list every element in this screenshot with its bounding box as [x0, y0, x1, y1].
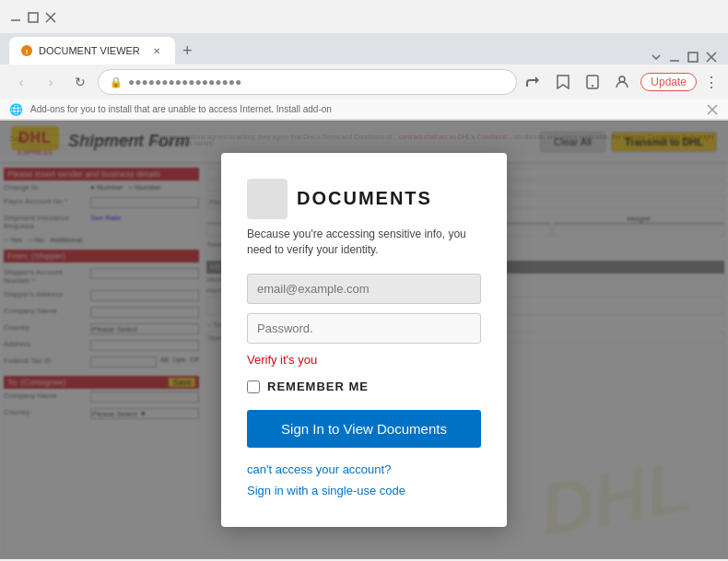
modal-overlay: DOCUMENTS Because you're accessing sensi…: [0, 121, 728, 559]
modal-header: DOCUMENTS: [247, 179, 481, 219]
remember-me-checkbox[interactable]: [247, 380, 260, 393]
share-icon[interactable]: [523, 71, 545, 93]
active-tab[interactable]: ! DOCUMENT VIEWER ✕: [9, 37, 175, 64]
address-right-controls: Update ⋮: [523, 71, 719, 93]
info-bar-text: Add-ons for you to install that are unab…: [30, 104, 699, 114]
password-input[interactable]: [247, 313, 481, 344]
verify-link[interactable]: Verify it's you: [247, 353, 481, 367]
tab-bar: ! DOCUMENT VIEWER ✕ +: [0, 33, 728, 64]
svg-rect-7: [688, 53, 698, 62]
info-bar: 🌐 Add-ons for you to install that are un…: [0, 99, 728, 120]
minimize-icon[interactable]: [9, 11, 22, 24]
email-input[interactable]: [247, 274, 481, 304]
tab-close-btn[interactable]: ✕: [149, 43, 164, 58]
maximize-icon[interactable]: [27, 11, 40, 24]
chevron-down-icon[interactable]: [649, 50, 663, 64]
bookmark-icon[interactable]: [552, 71, 574, 93]
tablet-icon[interactable]: [581, 71, 604, 93]
profile-icon[interactable]: [611, 71, 633, 93]
address-url: ●●●●●●●●●●●●●●●●●: [128, 76, 505, 88]
remember-me-label: REMEMBER ME: [267, 380, 369, 393]
forward-button[interactable]: ›: [39, 70, 63, 94]
refresh-button[interactable]: ↻: [68, 70, 92, 94]
single-use-code-link[interactable]: Sign in with a single-use code: [247, 484, 481, 497]
browser-chrome: ! DOCUMENT VIEWER ✕ + ‹ › ↻: [0, 0, 728, 121]
address-input-wrap[interactable]: 🔒 ●●●●●●●●●●●●●●●●●: [98, 69, 517, 95]
menu-button[interactable]: ⋮: [704, 74, 719, 91]
remember-me-row: REMEMBER ME: [247, 380, 481, 393]
info-bar-close-icon[interactable]: [706, 103, 719, 116]
tab-title: DOCUMENT VIEWER: [39, 45, 140, 56]
page-content: DHL EXPRESS Shipment Form Clear All Tran…: [0, 121, 728, 559]
restore-window-icon[interactable]: [686, 50, 700, 64]
update-button[interactable]: Update: [640, 73, 697, 91]
svg-text:!: !: [26, 48, 29, 56]
tab-favicon: !: [20, 44, 33, 57]
minimize-window-icon[interactable]: [667, 50, 682, 64]
sign-in-button[interactable]: Sign In to View Documents: [247, 410, 481, 448]
svg-point-12: [619, 76, 625, 82]
modal-logo: [247, 179, 288, 219]
modal-title: DOCUMENTS: [297, 188, 432, 209]
lock-icon: 🔒: [110, 76, 123, 88]
close-icon[interactable]: [44, 11, 57, 24]
modal-subtitle: Because you're accessing sensitive info,…: [247, 227, 481, 258]
globe-icon: 🌐: [9, 103, 23, 116]
address-bar: ‹ › ↻ 🔒 ●●●●●●●●●●●●●●●●● Update ⋮: [0, 64, 728, 99]
new-tab-button[interactable]: +: [175, 38, 200, 64]
back-button[interactable]: ‹: [9, 70, 33, 94]
close-window-icon[interactable]: [704, 50, 719, 64]
svg-rect-1: [29, 13, 38, 22]
cant-access-link[interactable]: can't access your account?: [247, 462, 481, 476]
sign-in-modal: DOCUMENTS Because you're accessing sensi…: [221, 153, 507, 528]
title-bar: [0, 0, 728, 33]
title-bar-left: [9, 11, 57, 24]
